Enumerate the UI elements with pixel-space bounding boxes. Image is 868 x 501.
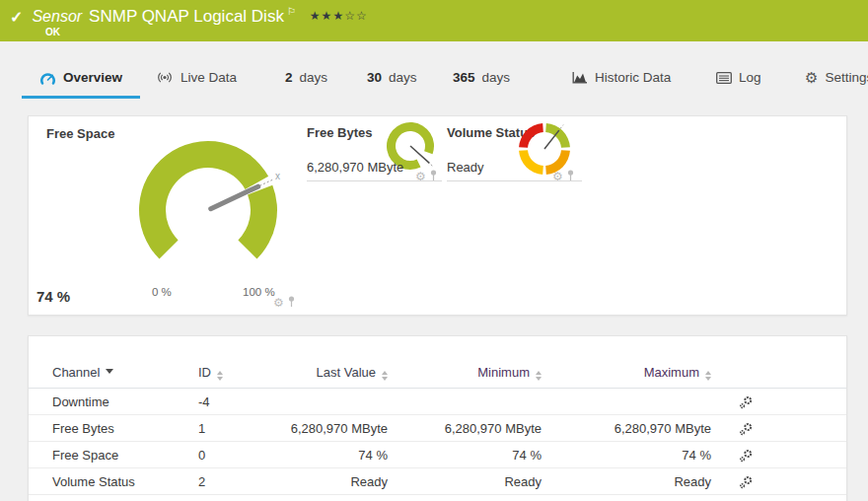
tab-365-days-number: 365 (453, 70, 475, 85)
table-row: Free Space 0 74 % 74 % 74 % (29, 442, 846, 468)
column-header-label: ID (198, 365, 211, 380)
tab-30-days-number: 30 (367, 70, 382, 85)
channel-name[interactable]: Free Space (52, 448, 198, 463)
gauge-max-label: 100 % (243, 286, 275, 298)
edit-channel-button[interactable] (739, 474, 754, 489)
column-header-minimum[interactable]: Minimum (388, 364, 542, 381)
column-header-label: Maximum (644, 365, 699, 380)
tab-overview[interactable]: Overview (39, 59, 122, 96)
free-space-gauge-title: Free Space (46, 126, 114, 141)
gauge-min-label: 0 % (152, 286, 172, 298)
sort-icon (705, 371, 711, 381)
tab-2-days-number: 2 (285, 70, 293, 85)
flag-icon[interactable]: ⚐ (287, 6, 296, 17)
tab-historic-data[interactable]: Historic Data (572, 59, 671, 96)
maximum-value: 6,280,970 MByte (542, 421, 711, 436)
channel-name[interactable]: Downtime (52, 394, 198, 409)
volume-status-value: Ready (447, 160, 484, 175)
tab-365-days[interactable]: 365 days (453, 59, 510, 96)
sensor-type-label: Sensor (32, 8, 82, 26)
sort-icon (217, 371, 223, 381)
page-title: SNMP QNAP Logical Disk (89, 7, 284, 27)
needle-tip-marker: x (275, 171, 280, 181)
gauge-settings-icon[interactable]: ⚙ (552, 171, 563, 182)
tab-settings[interactable]: ⚙ Settings (805, 59, 868, 96)
channels-table-panel: Channel ID Last Value Minimum Maximum Do… (28, 335, 847, 501)
minimum-value: 74 % (388, 448, 542, 463)
free-space-arc (238, 185, 277, 259)
last-value: 74 % (248, 448, 388, 463)
column-header-maximum[interactable]: Maximum (542, 364, 711, 381)
ok-check-icon: ✓ (10, 8, 23, 27)
free-space-gauge: x (121, 123, 295, 297)
minimum-value: 6,280,970 MByte (388, 421, 542, 436)
gauge-settings-icon[interactable]: ⚙ (415, 171, 426, 182)
channel-id: -4 (198, 394, 248, 409)
gear-icon: ⚙ (805, 70, 818, 85)
table-row: Free Bytes 1 6,280,970 MByte 6,280,970 M… (29, 415, 846, 442)
channel-name[interactable]: Volume Status (52, 474, 198, 489)
channel-gears-icon (739, 474, 754, 489)
maximum-value: 74 % (542, 448, 711, 463)
channel-id: 2 (198, 474, 248, 489)
column-header-last-value[interactable]: Last Value (248, 364, 388, 381)
stars-empty[interactable]: ☆☆ (344, 9, 368, 23)
free-bytes-value: 6,280,970 MByte (307, 160, 403, 175)
tab-365-days-word: days (482, 70, 511, 85)
log-icon (716, 72, 732, 84)
sensor-status-bar: ✓ Sensor SNMP QNAP Logical Disk ⚐ ★★★☆☆ … (0, 0, 868, 41)
tab-settings-label: Settings (825, 70, 868, 85)
tab-2-days-word: days (300, 70, 328, 85)
tab-30-days[interactable]: 30 days (367, 59, 417, 96)
edit-channel-button[interactable] (739, 448, 754, 463)
status-arc-yellow (519, 150, 543, 175)
priority-stars[interactable]: ★★★☆☆ (310, 9, 368, 23)
tab-live-data[interactable]: Live Data (156, 59, 237, 96)
status-badge: OK (45, 27, 60, 37)
channel-id: 0 (198, 448, 248, 463)
tab-historic-data-label: Historic Data (595, 70, 671, 85)
tab-overview-label: Overview (63, 70, 122, 85)
column-header-label: Minimum (477, 365, 530, 380)
channel-gears-icon (739, 421, 754, 436)
overview-gauges-panel: Free Space x 74 % 0 % 100 % ⚙ Free Bytes… (28, 115, 847, 316)
sort-desc-icon (106, 369, 113, 374)
maximum-value: Ready (542, 474, 711, 489)
column-header-label: Last Value (317, 365, 376, 380)
chart-icon (572, 71, 588, 84)
last-value: 6,280,970 MByte (248, 421, 388, 436)
table-row: Downtime -4 (29, 389, 846, 415)
pin-icon[interactable] (287, 294, 296, 312)
column-header-channel[interactable]: Channel (52, 364, 198, 380)
column-header-id[interactable]: ID (198, 364, 248, 381)
channel-gears-icon (739, 448, 754, 463)
free-space-value: 74 % (36, 288, 70, 305)
free-bytes-gauge-title: Free Bytes (307, 125, 372, 140)
tab-log-label: Log (739, 70, 761, 85)
gauge-settings-icon[interactable]: ⚙ (273, 297, 284, 309)
table-row: Volume Status 2 Ready Ready Ready (29, 468, 846, 495)
stars-filled[interactable]: ★★★ (310, 9, 344, 23)
column-header-label: Channel (52, 365, 100, 380)
tab-bar: Overview Live Data 2 days 30 days 365 da… (0, 59, 868, 99)
gauge-icon (39, 71, 56, 85)
tab-log[interactable]: Log (716, 59, 761, 96)
tab-2-days[interactable]: 2 days (285, 59, 327, 96)
pin-icon[interactable] (566, 168, 575, 185)
last-value: Ready (248, 474, 388, 489)
edit-channel-button[interactable] (739, 421, 754, 436)
pin-icon[interactable] (429, 168, 438, 185)
channel-name[interactable]: Free Bytes (52, 421, 198, 436)
prtg-sensor-page: ✓ Sensor SNMP QNAP Logical Disk ⚐ ★★★☆☆ … (0, 0, 868, 501)
status-arc-green (545, 123, 570, 148)
broadcast-icon (156, 71, 174, 84)
edit-channel-button[interactable] (739, 394, 754, 409)
minimum-value: Ready (388, 474, 542, 489)
table-header-row: Channel ID Last Value Minimum Maximum (29, 356, 846, 389)
channel-id: 1 (198, 421, 248, 436)
active-tab-underline (22, 96, 140, 99)
status-arc-red (519, 123, 543, 148)
tab-live-data-label: Live Data (181, 70, 237, 85)
tab-30-days-word: days (389, 70, 417, 85)
channel-gears-icon (739, 394, 754, 409)
